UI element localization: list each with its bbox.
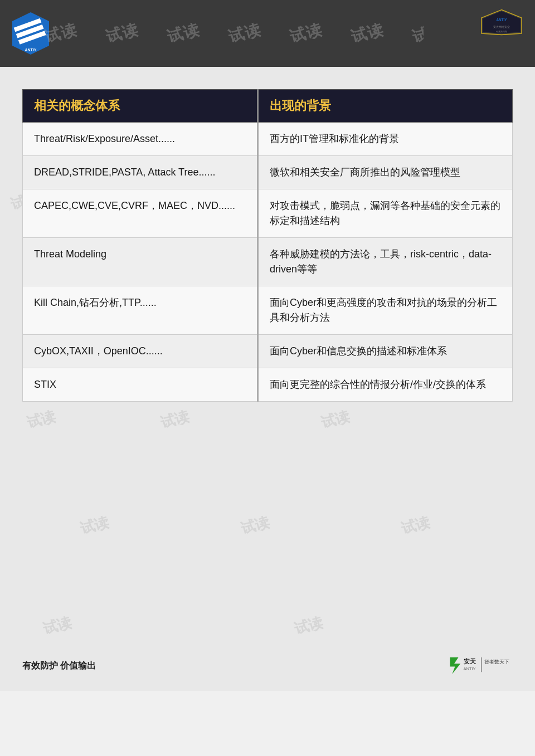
footer-brand-icon: 安天 智者数天下 ANTIY (446, 652, 513, 680)
svg-text:ANTIY: ANTIY (25, 48, 37, 52)
svg-text:ANTIY: ANTIY (464, 666, 476, 671)
svg-text:安天: 安天 (463, 658, 476, 665)
main-wm-19: 试读 (292, 612, 325, 638)
table-cell-left: DREAD,STRIDE,PASTA, Attack Tree...... (23, 156, 258, 189)
header-wm-2: 试读 (104, 19, 142, 48)
table-cell-right: 面向Cyber和信息交换的描述和标准体系 (257, 335, 512, 368)
table-cell-left: Kill Chain,钻石分析,TTP...... (23, 286, 258, 335)
svg-text:ANTIY: ANTIY (496, 18, 507, 22)
header-watermarks: 试读 试读 试读 试读 试读 试读 试读 试读 试读 试读 (45, 0, 424, 67)
table-cell-left: Threat Modeling (23, 238, 258, 286)
footer-slogan: 有效防护 价值输出 (22, 660, 96, 672)
footer-logo-area: 安天 智者数天下 ANTIY (446, 652, 513, 680)
main-wm-13: 试读 (158, 407, 191, 433)
header-wm-5: 试读 (288, 19, 325, 48)
table-row: STIX面向更完整的综合性的情报分析/作业/交换的体系 (23, 368, 513, 402)
table-row: Kill Chain,钻石分析,TTP......面向Cyber和更高强度的攻击… (23, 286, 513, 335)
table-cell-right: 微软和相关安全厂商所推出的风险管理模型 (257, 156, 512, 189)
svg-text:安天网络安全: 安天网络安全 (493, 25, 510, 28)
col-left-header: 相关的概念体系 (23, 90, 258, 123)
header-wm-3: 试读 (165, 19, 203, 48)
table-cell-left: CybOX,TAXII，OpenIOC...... (23, 335, 258, 368)
main-wm-15: 试读 (78, 513, 111, 539)
table-row: CAPEC,CWE,CVE,CVRF，MAEC，NVD......对攻击模式，脆… (23, 189, 513, 238)
table-cell-right: 面向Cyber和更高强度的攻击和对抗的场景的分析工具和分析方法 (257, 286, 512, 335)
table-cell-right: 对攻击模式，脆弱点，漏洞等各种基础的安全元素的标定和描述结构 (257, 189, 512, 238)
logo-area: ANTIY (11, 11, 50, 56)
footer: 有效防护 价值输出 安天 智者数天下 ANTIY (0, 652, 535, 680)
main-wm-14: 试读 (319, 407, 352, 433)
main-wm-18: 试读 (41, 612, 74, 638)
col-right-header: 出现的背景 (257, 90, 512, 123)
table-cell-right: 面向更完整的综合性的情报分析/作业/交换的体系 (257, 368, 512, 402)
header-wm-6: 试读 (349, 19, 387, 48)
header-wm-7: 试读 (410, 19, 424, 48)
table-row: Threat/Risk/Exposure/Asset......西方的IT管理和… (23, 123, 513, 156)
table-cell-left: CAPEC,CWE,CVE,CVRF，MAEC，NVD...... (23, 189, 258, 238)
main-wm-17: 试读 (399, 513, 432, 539)
table-cell-right: 各种威胁建模的方法论，工具，risk-centric，data-driven等等 (257, 238, 512, 286)
table-cell-left: STIX (23, 368, 258, 402)
header-brand: ANTIY 安天网络安全 令营第四期 (479, 6, 524, 41)
svg-text:令营第四期: 令营第四期 (496, 30, 507, 33)
table-row: CybOX,TAXII，OpenIOC......面向Cyber和信息交换的描述… (23, 335, 513, 368)
antiy-logo: ANTIY (11, 11, 50, 56)
header: ANTIY 试读 试读 试读 试读 试读 试读 试读 试读 试读 试读 ANTI… (0, 0, 535, 67)
svg-text:智者数天下: 智者数天下 (484, 659, 509, 665)
table-row: DREAD,STRIDE,PASTA, Attack Tree......微软和… (23, 156, 513, 189)
table-cell-left: Threat/Risk/Exposure/Asset...... (23, 123, 258, 156)
table-row: Threat Modeling各种威胁建模的方法论，工具，risk-centri… (23, 238, 513, 286)
main-content: 试读 试读 试读 试读 试读 试读 试读 试读 试读 试读 试读 试读 试读 试… (0, 67, 535, 691)
main-wm-16: 试读 (239, 513, 271, 539)
header-wm-4: 试读 (226, 19, 264, 48)
brand-logo-icon: ANTIY 安天网络安全 令营第四期 (479, 6, 524, 39)
table-cell-right: 西方的IT管理和标准化的背景 (257, 123, 512, 156)
main-wm-12: 试读 (25, 407, 57, 433)
concepts-table: 相关的概念体系 出现的背景 Threat/Risk/Exposure/Asset… (22, 89, 513, 402)
